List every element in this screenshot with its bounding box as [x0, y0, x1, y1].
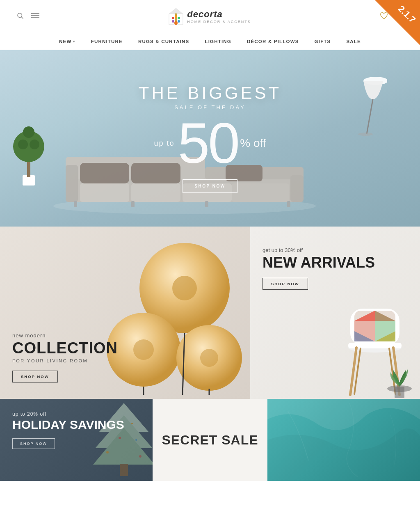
svg-point-11: [178, 17, 180, 19]
nav-arrow-new: ▾: [73, 40, 75, 44]
mid-section: new modern COLLECTION FOR YOUR LIVING RO…: [0, 227, 420, 399]
hero-content: THE BIGGEST SALE OF THE DAY up to 50 % o…: [139, 84, 281, 193]
new-arrivals-content: get up to 30% off NEW ARRIVALS SHOP NOW: [262, 247, 375, 290]
new-arrivals-big-text: NEW ARRIVALS: [262, 255, 375, 270]
new-arrivals-shop-button[interactable]: SHOP NOW: [262, 278, 308, 290]
svg-point-73: [106, 451, 109, 453]
svg-point-19: [30, 140, 39, 149]
svg-point-44: [133, 339, 154, 360]
holiday-small-text: up to 20% off: [12, 411, 140, 417]
secret-sale-banner: SECRET SALE: [153, 399, 267, 481]
svg-rect-40: [287, 201, 290, 207]
holiday-big-text: HOLIDAY SAVINGS: [12, 419, 140, 431]
logo-text: decorta HOME DECOR & ACCENTS: [187, 9, 251, 24]
main-nav: NEW ▾ FURNITURE RUGS & CURTAINS LIGHTING…: [0, 33, 420, 50]
nav-item-rugs[interactable]: RUGS & CURTAINS: [138, 39, 189, 44]
header-right-icons: [380, 11, 404, 22]
collection-desc: FOR YOUR LIVING ROOM: [12, 358, 118, 363]
hero-title: THE BIGGEST: [139, 84, 281, 103]
hero-percent: % off: [240, 137, 266, 150]
holiday-content: up to 20% off HOLIDAY SAVINGS SHOP NOW: [12, 411, 140, 449]
svg-rect-28: [66, 165, 78, 202]
search-button[interactable]: [16, 12, 24, 21]
nav-item-sale[interactable]: SALE: [346, 39, 361, 44]
hero-banner: THE BIGGEST SALE OF THE DAY up to 50 % o…: [0, 50, 420, 227]
svg-rect-38: [131, 201, 135, 207]
svg-rect-68: [120, 464, 128, 476]
new-arrivals-small-text: get up to 30% off: [262, 247, 375, 253]
svg-rect-29: [290, 175, 304, 202]
svg-point-23: [358, 133, 373, 136]
svg-point-13: [178, 20, 180, 23]
wishlist-button[interactable]: [380, 12, 388, 21]
cart-button[interactable]: [395, 11, 404, 22]
nav-item-lighting[interactable]: LIGHTING: [205, 39, 231, 44]
svg-line-1: [21, 17, 23, 18]
svg-rect-33: [80, 183, 129, 202]
teal-banner: [267, 399, 420, 481]
nav-item-decor[interactable]: DÉCOR & PILLOWS: [247, 39, 299, 44]
svg-point-8: [174, 21, 178, 25]
svg-point-9: [172, 17, 174, 19]
svg-point-20: [23, 126, 34, 138]
svg-marker-6: [169, 8, 183, 14]
hero-upto-text: up to: [154, 139, 174, 148]
collection-banner: new modern COLLECTION FOR YOUR LIVING RO…: [0, 227, 250, 399]
svg-point-46: [200, 349, 218, 367]
svg-rect-30: [80, 163, 129, 183]
teal-texture-decoration: [267, 399, 420, 481]
logo-subtitle: HOME DECOR & ACCENTS: [187, 20, 251, 24]
holiday-shop-button[interactable]: SHOP NOW: [12, 438, 55, 449]
hero-subtitle: SALE OF THE DAY: [139, 104, 281, 110]
bottom-section: up to 20% off HOLIDAY SAVINGS SHOP NOW S…: [0, 399, 420, 481]
svg-point-74: [139, 455, 142, 458]
svg-line-22: [367, 99, 373, 134]
header-left-icons: [16, 12, 39, 21]
secret-sale-text: SECRET SALE: [162, 433, 258, 448]
menu-button[interactable]: [31, 12, 39, 21]
logo-icon: [168, 7, 184, 25]
nav-item-new[interactable]: NEW ▾: [59, 39, 75, 44]
hero-discount: up to 50 % off: [139, 115, 281, 172]
collection-shop-button[interactable]: SHOP NOW: [12, 371, 58, 382]
plant-decoration: [383, 358, 416, 399]
collection-small-text: new modern: [12, 332, 118, 339]
lamp-circles-decoration: [103, 235, 250, 399]
svg-rect-37: [74, 201, 77, 207]
collection-content: new modern COLLECTION FOR YOUR LIVING RO…: [12, 332, 118, 382]
logo-name: decorta: [187, 9, 251, 20]
logo[interactable]: decorta HOME DECOR & ACCENTS: [168, 7, 251, 25]
tree-decoration: [12, 103, 45, 186]
svg-point-10: [175, 15, 177, 18]
collection-big-text: COLLECTION: [12, 340, 118, 356]
svg-point-0: [18, 13, 22, 18]
header: 2.1.7: [0, 0, 420, 33]
lamp-decoration: [354, 62, 387, 136]
new-arrivals-banner: get up to 30% off NEW ARRIVALS SHOP NOW: [250, 227, 420, 399]
svg-point-42: [172, 276, 197, 300]
nav-item-gifts[interactable]: GIFTS: [315, 39, 331, 44]
hero-number: 50: [178, 115, 239, 172]
hero-shop-now-button[interactable]: SHOP NOW: [183, 179, 237, 193]
svg-point-12: [172, 20, 174, 23]
svg-rect-39: [205, 201, 208, 207]
holiday-banner: up to 20% off HOLIDAY SAVINGS SHOP NOW: [0, 399, 153, 481]
nav-item-furniture[interactable]: FURNITURE: [91, 39, 123, 44]
svg-point-18: [18, 140, 28, 149]
